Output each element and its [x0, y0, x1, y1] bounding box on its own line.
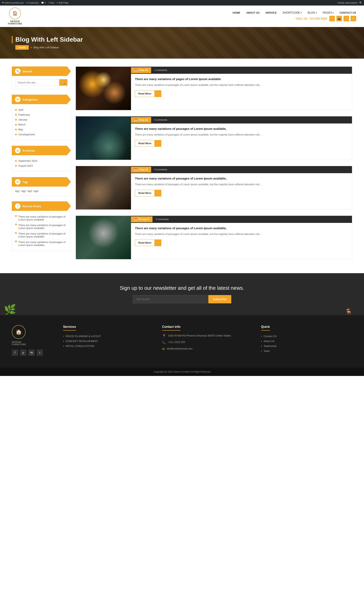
read-more-button-4[interactable]: Read More → — [135, 239, 161, 246]
list-item[interactable]: March — [15, 122, 67, 127]
list-item[interactable]: INITIAL CONSULTATION — [63, 344, 154, 349]
admin-edit[interactable]: ✏ Edit Page — [57, 1, 68, 4]
post-meta-1: 📅 2 Sep 23 1 comments — [131, 67, 352, 74]
list-item[interactable]: Uncategorized — [15, 132, 67, 137]
footer-main: 🏠 DESIGNFURNITURE f p 📷 t Services SPACE… — [0, 315, 364, 368]
list-item[interactable]: April — [15, 107, 67, 112]
admin-bar-right: Howdy, phpmyadmin 🔍 — [338, 1, 362, 4]
post-body-4: There are many variations of passages of… — [131, 223, 352, 249]
post-date-2: 📅 2 Sep 23 — [131, 117, 151, 123]
post-comments-4: 0 comments — [153, 216, 172, 222]
contact-address: 📍 3316 W Bell Rd Phoenix Arkansas 85053 … — [162, 334, 253, 338]
footer-facebook-icon[interactable]: f — [12, 349, 18, 356]
post-meta-2: 📅 2 Sep 23 0 comments — [131, 116, 352, 124]
read-more-button-1[interactable]: Read More → — [135, 90, 161, 97]
social-twitter-icon[interactable]: t — [343, 16, 349, 21]
recent-posts-widget-header: 📄 Recent Posts — [12, 201, 71, 211]
arrow-right-icon: → — [155, 140, 161, 147]
list-item[interactable]: tag3 — [27, 190, 32, 193]
post-date-1: 📅 2 Sep 23 — [131, 67, 151, 73]
list-item[interactable]: May — [15, 127, 67, 132]
categories-list: April Faebruary January March May Uncate… — [15, 107, 67, 137]
search-widget-header: 🔍 Search — [12, 67, 71, 76]
newsletter-subscribe-button[interactable]: Subscribe — [208, 295, 231, 303]
post-excerpt-1: There are many variations of passages of… — [135, 83, 348, 87]
read-more-button-2[interactable]: Read More → — [135, 140, 161, 147]
arrow-right-icon: → — [155, 91, 161, 97]
contact-phone-text: +111 2222 333 — [168, 340, 185, 344]
search-input[interactable] — [15, 79, 59, 86]
nav-about[interactable]: ABOUT US — [246, 11, 260, 14]
categories-widget-title: Categories — [23, 98, 38, 101]
arrow-right-icon: → — [155, 190, 161, 196]
bullet-icon — [15, 109, 17, 111]
bullet-icon — [15, 224, 17, 225]
admin-comments[interactable]: 💬 4 — [41, 1, 46, 4]
tag-widget-title: Tag — [23, 180, 27, 184]
admin-site-link[interactable]: ⚑ interior-architect.pro — [2, 1, 24, 4]
search-widget-body: 🔍 — [12, 76, 71, 89]
post-title-4: There are many variations of passages of… — [135, 226, 348, 230]
footer-contact-col: Contact info 📍 3316 W Bell Rd Phoenix Ar… — [162, 325, 253, 356]
footer-logo-icon: 🏠 — [12, 325, 26, 339]
admin-user: Howdy, phpmyadmin — [338, 1, 358, 4]
chevron-down-icon: ▾ — [333, 12, 334, 14]
list-item[interactable]: tag2 — [21, 190, 26, 193]
newsletter-title: Sign up to our newsletter and get all of… — [120, 285, 244, 291]
list-item[interactable]: Faebruary — [15, 112, 67, 117]
newsletter-email-input[interactable] — [133, 295, 208, 303]
post-excerpt-4: There are many variations of passages of… — [135, 232, 348, 236]
blog-post-4: 📅 29 Aug 23 0 comments There are many va… — [76, 216, 352, 259]
post-content-1: 📅 2 Sep 23 1 comments There are many var… — [131, 67, 352, 110]
nav-contact[interactable]: CONTACT US — [339, 11, 356, 14]
nav-shortcode[interactable]: SHORTCODE ▾ — [283, 11, 301, 14]
social-instagram-icon[interactable]: 📷 — [337, 16, 342, 21]
admin-customize[interactable]: ✏ Customize — [26, 1, 39, 4]
page-title: Blog With Left Sidebar — [12, 36, 352, 43]
footer-quick-title: Quick — [261, 325, 270, 331]
tag-list: tag1 tag2 tag3 tag4 — [15, 190, 67, 193]
list-item[interactable]: There are many variations of passages of… — [15, 231, 67, 239]
nav-pages[interactable]: PAGES ▾ — [323, 11, 334, 14]
footer-services-title: Services — [63, 325, 76, 331]
breadcrumb-home[interactable]: Home — [15, 45, 29, 50]
social-linkedin-icon[interactable]: in — [351, 16, 356, 21]
read-more-button-3[interactable]: Read More → — [135, 190, 161, 196]
post-body-2: There are many variations of passages of… — [131, 124, 352, 150]
social-facebook-icon[interactable]: f — [329, 16, 335, 21]
newsletter-form: Subscribe — [133, 295, 231, 303]
list-item[interactable]: tag1 — [15, 190, 20, 193]
tag-widget-icon: 🏷 — [15, 179, 21, 185]
list-item[interactable]: January — [15, 117, 67, 122]
list-item[interactable]: There are many variations of passages of… — [15, 214, 67, 223]
list-item[interactable]: Testimonial — [261, 344, 352, 349]
logo[interactable]: 🏠 DESIGNFURNITURE — [8, 8, 22, 25]
footer-social-icons: f p 📷 t — [12, 349, 43, 356]
footer-instagram-icon[interactable]: 📷 — [28, 349, 35, 356]
nav-home[interactable]: HOME — [233, 11, 240, 14]
footer-contact-title: Contact info — [162, 325, 181, 331]
list-item[interactable]: August 2023 — [15, 163, 67, 168]
calendar-icon: 📅 — [134, 168, 137, 171]
read-more-label-4: Read More — [135, 240, 155, 246]
footer-twitter-icon[interactable]: t — [37, 349, 43, 356]
list-item[interactable]: September 2023 — [15, 158, 67, 163]
categories-widget-body: April Faebruary January March May Uncate… — [12, 104, 71, 140]
list-item[interactable]: There are many variations of passages of… — [15, 223, 67, 231]
list-item[interactable]: Contact US — [261, 334, 352, 339]
search-button[interactable]: 🔍 — [59, 79, 67, 86]
nav-blog[interactable]: BLOG ▾ — [308, 11, 317, 14]
list-item[interactable]: CONCEPT DEVELOPMENT — [63, 339, 154, 344]
list-item[interactable]: There are many variations of passages of… — [15, 239, 67, 248]
bullet-icon — [15, 215, 17, 217]
archives-widget-body: September 2023 August 2023 — [12, 155, 71, 172]
footer-pinterest-icon[interactable]: p — [20, 349, 26, 356]
admin-new[interactable]: + New — [48, 1, 54, 4]
post-comments-3: 0 comments — [151, 167, 170, 173]
admin-search-icon[interactable]: 🔍 — [359, 1, 362, 4]
list-item[interactable]: Team — [261, 349, 352, 353]
list-item[interactable]: tag4 — [34, 190, 38, 193]
list-item[interactable]: About US — [261, 339, 352, 344]
list-item[interactable]: SPACE PLANNING & LAYOUT — [63, 334, 154, 339]
nav-service[interactable]: SERVICE — [265, 11, 277, 14]
